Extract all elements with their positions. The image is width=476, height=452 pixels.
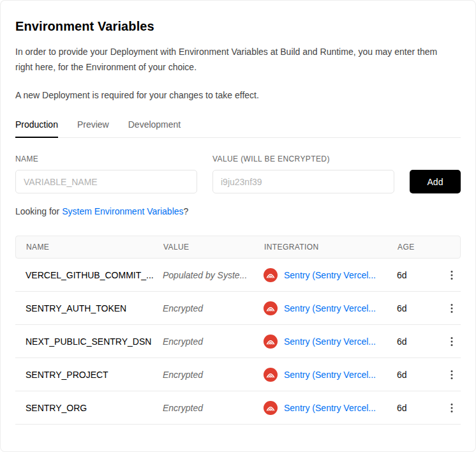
kebab-menu-icon [447,402,457,414]
add-button[interactable]: Add [410,170,461,193]
env-var-value: Encrypted [163,370,264,380]
env-var-integration: Sentry (Sentry Vercel... [264,368,397,382]
column-header-age: AGE [398,243,445,252]
kebab-menu-button[interactable] [444,367,459,382]
env-var-name: NEXT_PUBLIC_SENTRY_DSN [15,336,163,347]
column-header-name: NAME [16,243,163,252]
description-paragraph-1: In order to provide your Deployment with… [15,44,449,75]
sentry-icon [264,301,278,315]
env-var-value: Encrypted [163,303,264,313]
table-row: SENTRY_ORG Encrypted Sentry (Sentry Verc… [15,391,461,425]
variable-value-input[interactable] [212,170,394,193]
kebab-menu-button[interactable] [444,334,459,349]
integration-link[interactable]: Sentry (Sentry Vercel... [284,403,376,413]
env-var-integration: Sentry (Sentry Vercel... [264,268,397,282]
environment-variables-panel: Environment Variables In order to provid… [0,0,476,452]
table-row: SENTRY_PROJECT Encrypted Sentry (Sentry … [15,358,461,391]
kebab-menu-button[interactable] [444,400,459,416]
tab-production[interactable]: Production [15,119,58,137]
value-field-label: VALUE (WILL BE ENCRYPTED) [212,154,394,163]
sentry-icon [264,368,278,382]
kebab-menu-icon [447,369,457,380]
system-env-hint-prefix: Looking for [15,206,62,216]
integration-link[interactable]: Sentry (Sentry Vercel... [284,370,376,380]
environment-tabs: ProductionPreviewDevelopment [15,119,461,138]
add-variable-form: NAME VALUE (WILL BE ENCRYPTED) Add [15,154,461,193]
env-var-age: 6d [397,370,444,380]
sentry-icon [264,268,278,282]
env-var-value: Populated by Syste... [163,270,264,280]
env-var-integration: Sentry (Sentry Vercel... [264,401,397,415]
kebab-menu-icon [447,303,457,314]
table-row: VERCEL_GITHUB_COMMIT_... Populated by Sy… [15,259,461,292]
variable-name-input[interactable] [15,170,197,193]
env-var-integration: Sentry (Sentry Vercel... [264,335,397,349]
table-body: VERCEL_GITHUB_COMMIT_... Populated by Sy… [15,259,461,425]
system-env-hint: Looking for System Environment Variables… [15,206,461,216]
env-var-age: 6d [397,336,444,347]
tab-preview[interactable]: Preview [77,119,109,137]
env-var-name: SENTRY_PROJECT [15,370,163,380]
description-paragraph-2: A new Deployment is required for your ch… [15,87,449,103]
kebab-menu-icon [447,269,457,281]
env-var-age: 6d [397,303,444,313]
column-header-integration: INTEGRATION [264,243,398,252]
sentry-icon [264,335,278,349]
env-var-name: VERCEL_GITHUB_COMMIT_... [15,270,163,280]
page-title: Environment Variables [15,19,461,34]
tab-development[interactable]: Development [128,119,181,137]
integration-link[interactable]: Sentry (Sentry Vercel... [284,270,376,280]
system-env-hint-suffix: ? [184,206,189,216]
table-header-row: NAMEVALUEINTEGRATIONAGE [15,236,461,259]
table-row: SENTRY_AUTH_TOKEN Encrypted Sentry (Sent… [15,292,461,325]
kebab-menu-button[interactable] [444,267,459,283]
integration-link[interactable]: Sentry (Sentry Vercel... [284,336,376,347]
env-var-integration: Sentry (Sentry Vercel... [264,301,397,315]
env-var-name: SENTRY_AUTH_TOKEN [15,303,163,313]
env-var-value: Encrypted [163,403,264,413]
env-var-value: Encrypted [163,336,264,347]
sentry-icon [264,401,278,415]
env-var-age: 6d [397,270,444,280]
system-env-variables-link[interactable]: System Environment Variables [62,206,183,216]
table-row: NEXT_PUBLIC_SENTRY_DSN Encrypted Sentry … [15,325,461,358]
integration-link[interactable]: Sentry (Sentry Vercel... [284,303,376,313]
column-header-value: VALUE [163,243,264,252]
env-var-name: SENTRY_ORG [15,403,163,413]
env-var-age: 6d [397,403,444,413]
kebab-menu-button[interactable] [444,301,459,316]
name-field-label: NAME [15,154,197,163]
kebab-menu-icon [447,336,457,347]
env-variables-table: NAMEVALUEINTEGRATIONAGE VERCEL_GITHUB_CO… [15,236,461,425]
